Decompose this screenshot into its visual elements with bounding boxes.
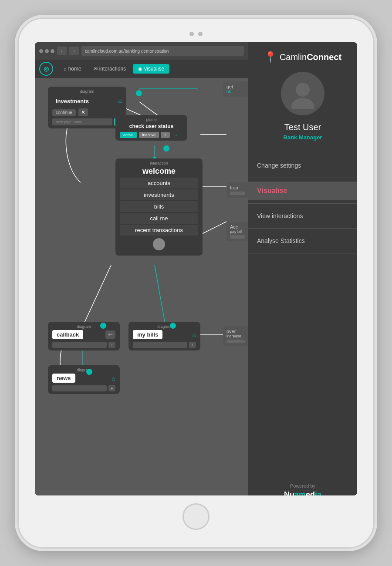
user-role: Bank Manager — [284, 134, 322, 141]
callback-icon: ↩ — [105, 330, 115, 339]
sidebar-visualise[interactable]: Visualise — [248, 182, 357, 200]
nav-item-home[interactable]: ⌂ home — [58, 64, 87, 74]
home-icon-investments: ⌂ — [118, 97, 122, 104]
node-news[interactable]: diagram news ⌂ + — [48, 365, 120, 394]
divider-1 — [248, 153, 357, 153]
mybills-title: my bills — [133, 330, 162, 339]
news-home-icon: ⌂ — [112, 375, 115, 382]
inactive-btn[interactable]: inactive — [139, 132, 159, 138]
nav-interactions-label: interactions — [99, 66, 126, 72]
menu-recent-transactions[interactable]: recent transactions — [120, 225, 198, 236]
avatar-circle — [281, 72, 324, 115]
svg-line-4 — [155, 265, 166, 326]
svg-point-12 — [291, 98, 314, 109]
browser-dot-3 — [51, 49, 54, 53]
teal-dot-mybills — [170, 323, 176, 329]
node-investments[interactable]: diagram investments ⌂ continue ✕ new pip… — [48, 87, 126, 128]
browser-back-btn[interactable]: ‹ — [57, 47, 67, 55]
sidebar-view-interactions[interactable]: View interactions — [248, 207, 357, 225]
nav-bar: ◎ ⌂ home ✉ interactions ◉ visualise — [35, 60, 248, 78]
tablet-camera — [189, 32, 194, 36]
active-btn[interactable]: active — [120, 132, 137, 138]
menu-home-btn[interactable] — [153, 238, 165, 250]
browser-forward-btn[interactable]: › — [69, 47, 79, 55]
visualise-icon: ◉ — [138, 66, 142, 72]
browser-url: camlincloud.com.au/banking demonstration — [81, 46, 244, 56]
avatar-icon — [287, 78, 318, 109]
partial-tran-bar — [230, 192, 245, 195]
mybills-pipe — [133, 342, 187, 348]
news-title: news — [52, 374, 75, 383]
callback-pipe — [52, 342, 107, 348]
node-callback[interactable]: diagram callback ↩ + — [48, 322, 120, 350]
menu-call-me[interactable]: call me — [120, 213, 198, 224]
partial-acc-bar — [230, 235, 245, 239]
pipe-input[interactable]: new pipe name — [52, 118, 112, 125]
browser-chrome: ‹ › camlincloud.com.au/banking demonstra… — [35, 42, 248, 60]
callback-add[interactable]: + — [108, 342, 115, 348]
url-text: camlincloud.com.au/banking demonstration — [85, 49, 169, 54]
tablet-home-button[interactable] — [182, 503, 210, 530]
tablet-screen: ‹ › camlincloud.com.au/banking demonstra… — [35, 42, 357, 495]
welcome-sublabel: interaction — [120, 161, 198, 165]
teal-dot-check — [163, 145, 169, 152]
camlin-logo: 📍 CamlinConnect — [264, 51, 341, 63]
news-add[interactable]: + — [108, 385, 115, 391]
callback-title: callback — [52, 330, 83, 339]
tablet-mic — [198, 32, 203, 36]
camlin-bold: Connect — [307, 52, 341, 62]
continue-btn[interactable]: continue — [52, 109, 76, 116]
partial-over-bar — [226, 340, 245, 343]
q-btn[interactable]: ? — [161, 132, 170, 138]
browser-dot-2 — [45, 49, 49, 53]
mybills-add[interactable]: + — [189, 342, 196, 348]
news-label: diagram — [52, 368, 115, 372]
tablet-top-bar — [189, 32, 203, 36]
camlin-pin-icon: 📍 — [264, 51, 277, 63]
mybills-home-icon: ⌂ — [193, 331, 196, 338]
nuamedia-logo: Nuamedia — [284, 490, 321, 495]
menu-bills[interactable]: bills — [120, 201, 198, 212]
left-panel: ‹ › camlincloud.com.au/banking demonstra… — [35, 42, 248, 495]
sidebar-analyse-statistics[interactable]: Analyse Statistics — [248, 232, 357, 249]
node-mybills[interactable]: diagram my bills ⌂ + — [128, 322, 200, 350]
camlin-text: CamlinConnect — [280, 52, 341, 62]
nav-item-interactions[interactable]: ✉ interactions — [88, 64, 131, 74]
partial-acc-label: Acc — [230, 224, 245, 229]
nav-home-label: home — [68, 66, 81, 72]
divider-3 — [248, 203, 357, 204]
check-user-sublabel: plumb — [120, 118, 183, 122]
check-user-title: check user status — [120, 123, 183, 129]
partial-tran: tran — [226, 182, 248, 198]
close-btn[interactable]: ✕ — [78, 108, 88, 116]
svg-line-3 — [83, 265, 111, 326]
browser-dot-1 — [39, 49, 43, 53]
partial-acc: Acc pay bill — [226, 222, 248, 241]
news-pipe — [52, 385, 107, 391]
investments-title: investments — [52, 97, 92, 106]
teal-dot-investments — [136, 90, 142, 96]
home-icon: ⌂ — [64, 66, 67, 71]
sidebar-change-settings[interactable]: Change settings — [248, 157, 357, 174]
node-check-user[interactable]: plumb check user status active inactive … — [115, 115, 187, 141]
tablet-shell: ‹ › camlincloud.com.au/banking demonstra… — [17, 17, 375, 549]
interactions-icon: ✉ — [94, 66, 98, 72]
mybills-label: diagram — [133, 324, 196, 329]
teal-dot-news — [86, 369, 92, 375]
camlin-light: Camlin — [280, 52, 307, 62]
partial-over: over increase — [223, 326, 248, 346]
partial-tran-label: tran — [230, 185, 245, 190]
teal-dot-callback — [100, 323, 106, 329]
partial-get: get ok — [223, 81, 248, 97]
partial-over-label: over — [226, 329, 245, 334]
partial-get-label: get — [226, 84, 245, 89]
node-welcome[interactable]: interaction welcome accounts investments… — [115, 158, 203, 256]
menu-investments[interactable]: investments — [120, 189, 198, 200]
investments-node-label: diagram — [52, 89, 122, 94]
menu-accounts[interactable]: accounts — [120, 178, 198, 189]
right-panel: 📍 CamlinConnect Test User Bank Manager C… — [248, 42, 357, 495]
welcome-title: welcome — [120, 167, 198, 176]
nav-item-visualise[interactable]: ◉ visualise — [133, 64, 169, 74]
divider-2 — [248, 178, 357, 178]
divider-5 — [248, 253, 357, 253]
